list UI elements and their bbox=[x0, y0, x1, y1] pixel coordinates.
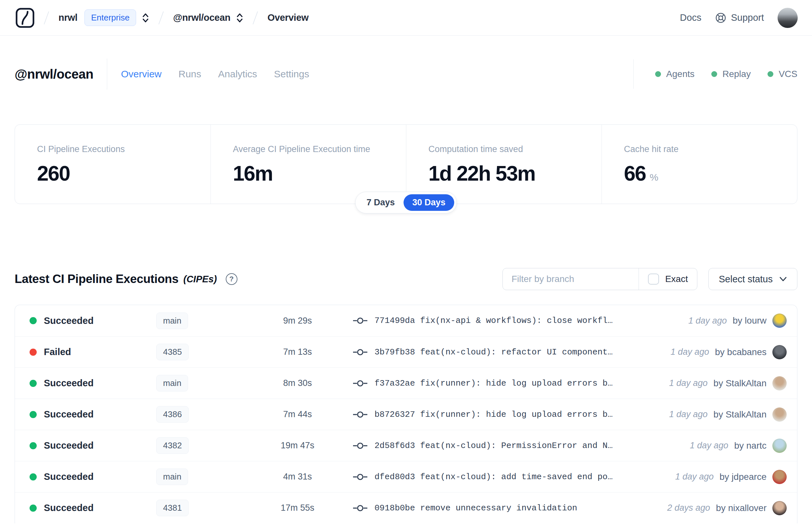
status-label: Succeeded bbox=[44, 409, 94, 420]
status-label: Succeeded bbox=[44, 440, 94, 451]
integration-replay[interactable]: Replay bbox=[711, 69, 751, 79]
cipe-row[interactable]: Succeeded 4386 7m 44s b8726327 fix(runne… bbox=[15, 399, 797, 430]
cipe-author-cell: 1 day ago by StalkAltan bbox=[663, 407, 787, 422]
cipe-branch-cell: 4381 bbox=[156, 500, 244, 516]
stat-label: CI Pipeline Executions bbox=[37, 144, 204, 154]
integration-label: VCS bbox=[779, 69, 797, 79]
status-select-dropdown[interactable]: Select status bbox=[708, 268, 797, 290]
stat-label: Average CI Pipeline Execution time bbox=[233, 144, 399, 154]
author-avatar bbox=[772, 501, 787, 515]
period-option[interactable]: 7 Days bbox=[357, 194, 403, 211]
branch-chip: main bbox=[156, 468, 188, 485]
exact-checkbox[interactable] bbox=[648, 273, 659, 285]
status-select-label: Select status bbox=[719, 274, 773, 285]
exact-filter: Exact bbox=[639, 268, 697, 290]
commit-message: 3b79fb38 feat(nx-cloud): refactor UI com… bbox=[374, 347, 613, 357]
enterprise-badge: Enterprise bbox=[85, 10, 136, 26]
branch-filter-group: Exact bbox=[503, 268, 698, 290]
workspace-switcher-chevrons-icon[interactable] bbox=[236, 12, 243, 24]
cipe-status-cell: Failed bbox=[30, 347, 156, 357]
stat-card: Cache hit rate 66% bbox=[601, 125, 797, 204]
nx-cloud-logo-icon[interactable] bbox=[16, 8, 34, 28]
period-option[interactable]: 30 Days bbox=[403, 194, 454, 211]
breadcrumb-workspace[interactable]: @nrwl/ocean bbox=[173, 12, 230, 23]
status-dot-icon bbox=[767, 71, 773, 77]
breadcrumb-org[interactable]: nrwl bbox=[59, 12, 77, 23]
org-switcher-chevrons-icon[interactable] bbox=[142, 12, 149, 24]
cipe-status-cell: Succeeded bbox=[30, 378, 156, 389]
cipe-row[interactable]: Succeeded 4381 17m 55s 0918b0be remove u… bbox=[15, 492, 797, 523]
cipe-author-cell: 1 day ago by bcabanes bbox=[664, 345, 787, 359]
divider bbox=[107, 59, 107, 90]
commit-message: f37a32ae fix(runner): hide log upload er… bbox=[374, 378, 613, 388]
status-dot-icon bbox=[30, 411, 37, 418]
commit-message: b8726327 fix(runner): hide log upload er… bbox=[374, 410, 613, 419]
support-label: Support bbox=[731, 12, 764, 23]
tab-runs[interactable]: Runs bbox=[178, 69, 201, 79]
stat-unit: % bbox=[649, 172, 658, 182]
author-avatar bbox=[772, 407, 787, 422]
exact-label: Exact bbox=[665, 274, 688, 284]
cipe-status-cell: Succeeded bbox=[30, 315, 156, 326]
stat-label: Computation time saved bbox=[428, 144, 595, 154]
cipe-duration: 8m 30s bbox=[244, 378, 351, 388]
cipe-commit-cell: 3b79fb38 feat(nx-cloud): refactor UI com… bbox=[351, 347, 664, 357]
integration-vcs[interactable]: VCS bbox=[767, 69, 797, 79]
integration-agents[interactable]: Agents bbox=[655, 69, 694, 79]
lifebuoy-icon bbox=[715, 12, 726, 24]
cipe-table: Succeeded main 9m 29s 771499da fix(nx-ap… bbox=[15, 305, 797, 523]
cipe-duration: 4m 31s bbox=[244, 472, 351, 482]
status-label: Succeeded bbox=[44, 378, 94, 389]
cipe-author: by lourw bbox=[733, 315, 767, 326]
cipe-row[interactable]: Succeeded main 4m 31s dfed80d3 feat(nx-c… bbox=[15, 461, 797, 492]
chevron-down-icon bbox=[779, 276, 787, 282]
cipe-section-title: Latest CI Pipeline Executions bbox=[15, 272, 179, 286]
cipe-status-cell: Succeeded bbox=[30, 502, 156, 513]
cipe-row[interactable]: Succeeded 4382 19m 47s 2d58f6d3 feat(nx-… bbox=[15, 430, 797, 461]
git-commit-icon bbox=[353, 316, 368, 325]
cipe-duration: 19m 47s bbox=[244, 440, 351, 451]
tab-analytics[interactable]: Analytics bbox=[218, 69, 257, 79]
author-avatar bbox=[772, 345, 787, 359]
status-dot-icon bbox=[30, 442, 37, 449]
cipe-timestamp: 1 day ago bbox=[688, 316, 727, 326]
branch-filter-input[interactable] bbox=[503, 268, 639, 290]
cipe-author-cell: 1 day ago by lourw bbox=[682, 314, 787, 328]
user-avatar[interactable] bbox=[778, 8, 798, 28]
cipe-branch-cell: main bbox=[156, 468, 244, 485]
cipe-row[interactable]: Failed 4385 7m 13s 3b79fb38 feat(nx-clou… bbox=[15, 336, 797, 368]
top-navbar: nrwl Enterprise @nrwl/ocean Overview Doc… bbox=[0, 0, 812, 36]
branch-chip: 4382 bbox=[156, 437, 189, 454]
cipe-author: by StalkAltan bbox=[714, 378, 767, 389]
tab-settings[interactable]: Settings bbox=[274, 69, 309, 79]
cipe-author: by StalkAltan bbox=[714, 409, 767, 420]
cipe-author-cell: 1 day ago by StalkAltan bbox=[663, 376, 787, 390]
breadcrumb-page: Overview bbox=[267, 12, 309, 23]
status-label: Succeeded bbox=[44, 471, 94, 482]
cipe-duration: 7m 44s bbox=[244, 409, 351, 419]
cipe-branch-cell: 4382 bbox=[156, 437, 244, 454]
status-dot-icon bbox=[30, 505, 37, 512]
cipe-row[interactable]: Succeeded main 9m 29s 771499da fix(nx-ap… bbox=[15, 305, 797, 336]
cipe-timestamp: 1 day ago bbox=[690, 440, 729, 451]
help-icon[interactable]: ? bbox=[226, 273, 238, 285]
cipe-commit-cell: b8726327 fix(runner): hide log upload er… bbox=[351, 410, 663, 419]
status-dot-icon bbox=[711, 71, 717, 77]
cipe-filters: Exact Select status bbox=[503, 268, 797, 290]
cipe-branch-cell: 4385 bbox=[156, 344, 244, 360]
branch-chip: 4381 bbox=[156, 500, 189, 516]
cipe-row[interactable]: Succeeded main 8m 30s f37a32ae fix(runne… bbox=[15, 368, 797, 399]
branch-chip: main bbox=[156, 313, 188, 329]
cipe-commit-cell: 2d58f6d3 feat(nx-cloud): PermissionError… bbox=[351, 441, 684, 451]
page-title: @nrwl/ocean bbox=[15, 67, 93, 81]
docs-link[interactable]: Docs bbox=[680, 12, 701, 23]
commit-message: 771499da fix(nx-api & workflows): close … bbox=[374, 316, 613, 326]
cipe-author: by nartc bbox=[734, 440, 767, 451]
support-link[interactable]: Support bbox=[715, 12, 764, 24]
git-commit-icon bbox=[353, 379, 368, 388]
cipe-author-cell: 2 days ago by nixallover bbox=[661, 501, 787, 515]
cipe-section-subtitle: (CIPEs) bbox=[184, 274, 217, 285]
git-commit-icon bbox=[353, 472, 368, 481]
branch-chip: main bbox=[156, 375, 188, 391]
tab-overview[interactable]: Overview bbox=[121, 69, 162, 79]
